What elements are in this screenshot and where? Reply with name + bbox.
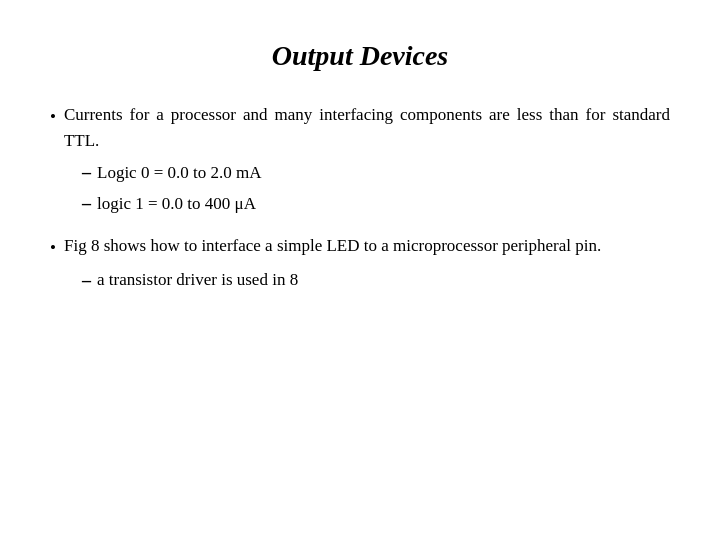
sub-item-text-1-1: Logic 0 = 0.0 to 2.0 mA bbox=[97, 160, 261, 186]
slide-title: Output Devices bbox=[50, 40, 670, 72]
bullet-dot-2: • bbox=[50, 235, 56, 261]
sub-item-text-1-2: logic 1 = 0.0 to 400 μA bbox=[97, 191, 256, 217]
sub-item-text-2-1: a transistor driver is used in 8 bbox=[97, 267, 298, 293]
bullet-item-2: • Fig 8 shows how to interface a simple … bbox=[50, 233, 670, 294]
dash-1-1: – bbox=[82, 159, 91, 186]
dash-2-1: – bbox=[82, 267, 91, 294]
bullet-main-1: • Currents for a processor and many inte… bbox=[50, 102, 670, 153]
sub-item-1-1: – Logic 0 = 0.0 to 2.0 mA bbox=[82, 159, 670, 186]
bullet-main-2: • Fig 8 shows how to interface a simple … bbox=[50, 233, 670, 261]
content-area: • Currents for a processor and many inte… bbox=[50, 102, 670, 500]
bullet-text-2: Fig 8 shows how to interface a simple LE… bbox=[64, 233, 670, 259]
bullet-text-1: Currents for a processor and many interf… bbox=[64, 102, 670, 153]
sub-items-2: – a transistor driver is used in 8 bbox=[50, 267, 670, 294]
bullet-item-1: • Currents for a processor and many inte… bbox=[50, 102, 670, 217]
sub-item-2-1: – a transistor driver is used in 8 bbox=[82, 267, 670, 294]
sub-item-1-2: – logic 1 = 0.0 to 400 μA bbox=[82, 190, 670, 217]
bullet-dot-1: • bbox=[50, 104, 56, 130]
dash-1-2: – bbox=[82, 190, 91, 217]
slide-container: Output Devices • Currents for a processo… bbox=[0, 0, 720, 540]
sub-items-1: – Logic 0 = 0.0 to 2.0 mA – logic 1 = 0.… bbox=[50, 159, 670, 217]
